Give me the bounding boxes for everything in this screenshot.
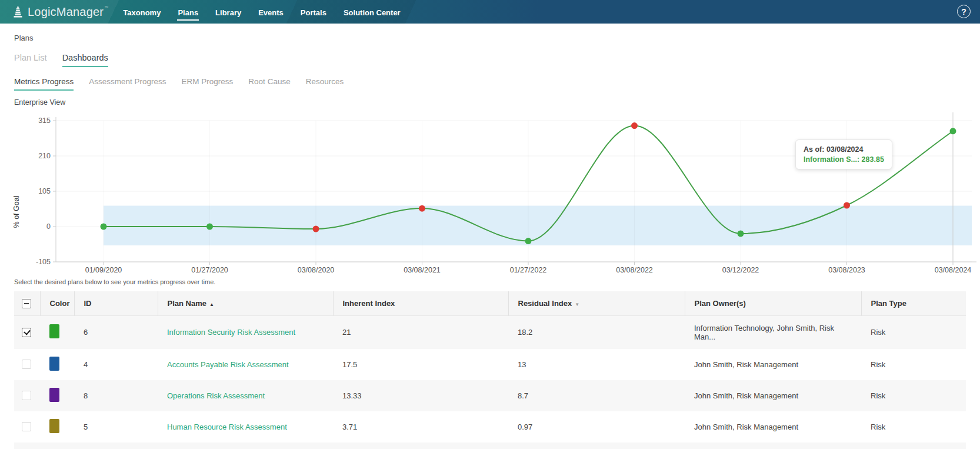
plan-owners-cell: John Smith, Risk Management bbox=[685, 411, 861, 443]
checkbox-cell bbox=[14, 315, 40, 349]
line-chart-canvas: 3152101050-10501/09/202001/27/202003/08/… bbox=[0, 109, 980, 277]
inherent-index-cell: 13.33 bbox=[333, 380, 508, 411]
id-cell: 8 bbox=[74, 380, 158, 411]
data-point[interactable] bbox=[950, 128, 956, 134]
color-swatch bbox=[49, 419, 59, 433]
target-band bbox=[104, 206, 972, 245]
select-all-header bbox=[14, 291, 40, 315]
residual-index-cell: 13 bbox=[508, 349, 685, 380]
x-tick-label: 01/27/2020 bbox=[191, 266, 228, 274]
inherent-index-cell: 17.5 bbox=[333, 349, 508, 380]
id-cell: 7 bbox=[74, 443, 158, 449]
color-header[interactable]: Color bbox=[40, 291, 74, 315]
plan-type-cell: Risk bbox=[861, 349, 966, 380]
plan-name-link[interactable]: Human Resource Risk Assessment bbox=[167, 423, 287, 431]
nav-item-library[interactable]: Library bbox=[215, 2, 242, 22]
plan-name-cell: Marketing Risk Assessment bbox=[158, 443, 333, 449]
y-tick-label: 105 bbox=[38, 187, 51, 195]
plan-name-cell: Operations Risk Assessment bbox=[158, 380, 333, 411]
data-point[interactable] bbox=[525, 238, 532, 244]
checkbox-cell bbox=[14, 380, 40, 411]
metrics-progress-chart: 3152101050-10501/09/202001/27/202003/08/… bbox=[0, 109, 980, 277]
select-all-checkbox[interactable] bbox=[22, 299, 31, 308]
plan-owners-cell: John Smith, Risk Management bbox=[685, 349, 861, 380]
table-row: 5Human Resource Risk Assessment3.710.97J… bbox=[14, 411, 966, 443]
tab-plan-list[interactable]: Plan List bbox=[14, 53, 47, 67]
help-icon[interactable]: ? bbox=[957, 5, 971, 18]
subtab-resources[interactable]: Resources bbox=[306, 77, 344, 91]
column-menu-icon[interactable]: ▼ bbox=[575, 302, 579, 307]
plan-owners-cell: John Smith, Risk Management bbox=[685, 380, 861, 411]
plan-name-link[interactable]: Accounts Payable Risk Assessment bbox=[167, 360, 289, 369]
logicmanager-logo[interactable]: LogicManager™ bbox=[13, 5, 108, 19]
inherent-index-header[interactable]: Inherent Index bbox=[333, 291, 508, 315]
nav-item-taxonomy[interactable]: Taxonomy bbox=[122, 2, 161, 22]
data-point[interactable] bbox=[313, 226, 319, 232]
subtab-metrics-progress[interactable]: Metrics Progress bbox=[14, 77, 74, 91]
row-checkbox[interactable] bbox=[22, 391, 31, 400]
plan-type-header[interactable]: Plan Type bbox=[861, 291, 966, 315]
subtab-erm-progress[interactable]: ERM Progress bbox=[182, 77, 234, 91]
x-tick-label: 03/08/2021 bbox=[404, 266, 441, 274]
inherent-index-cell: 21 bbox=[333, 315, 508, 349]
x-tick-label: 01/27/2022 bbox=[510, 266, 547, 274]
color-cell bbox=[40, 380, 74, 411]
nav-item-events[interactable]: Events bbox=[258, 2, 284, 22]
data-point[interactable] bbox=[101, 224, 107, 230]
page-tabs: Plan List Dashboards bbox=[14, 53, 980, 67]
top-navbar: LogicManager™ Taxonomy Plans Library Eve… bbox=[0, 0, 980, 24]
y-tick-label: -105 bbox=[36, 258, 51, 266]
dashboard-subtabs: Metrics Progress Assessment Progress ERM… bbox=[14, 77, 980, 91]
residual-index-header[interactable]: Residual Index▼ bbox=[508, 291, 685, 315]
table-header-row: Color ID Plan Name▲ Inherent Index Resid… bbox=[14, 291, 966, 315]
y-tick-label: 0 bbox=[46, 222, 51, 231]
color-cell bbox=[40, 315, 74, 349]
plan-name-cell: Information Security Risk Assessment bbox=[158, 315, 333, 349]
row-checkbox[interactable] bbox=[22, 360, 31, 369]
x-tick-label: 03/08/2020 bbox=[298, 266, 335, 274]
y-tick-label: 315 bbox=[38, 117, 51, 125]
plan-type-cell: Risk bbox=[861, 411, 966, 443]
residual-index-cell: 18.2 bbox=[508, 315, 685, 349]
table-row: 7Marketing Risk Assessment30.76John Smit… bbox=[14, 443, 966, 449]
nav-item-portals[interactable]: Portals bbox=[300, 2, 327, 22]
plan-owners-cell: John Smith, Risk Management bbox=[685, 443, 861, 449]
data-point[interactable] bbox=[419, 205, 425, 212]
plan-name-link[interactable]: Operations Risk Assessment bbox=[167, 391, 265, 400]
table-row: 8Operations Risk Assessment13.338.7John … bbox=[14, 380, 966, 411]
id-cell: 6 bbox=[74, 315, 158, 349]
id-cell: 4 bbox=[74, 349, 158, 380]
plan-owners-cell: Information Technology, John Smith, Risk… bbox=[685, 315, 861, 349]
residual-index-cell: 0.76 bbox=[508, 443, 685, 449]
color-swatch bbox=[49, 388, 59, 402]
plans-table: Color ID Plan Name▲ Inherent Index Resid… bbox=[14, 291, 966, 449]
x-tick-label: 03/08/2022 bbox=[616, 266, 653, 274]
sort-asc-icon: ▲ bbox=[209, 302, 214, 307]
plan-name-header[interactable]: Plan Name▲ bbox=[158, 291, 333, 315]
row-checkbox[interactable] bbox=[22, 328, 31, 337]
nav-item-plans[interactable]: Plans bbox=[177, 2, 199, 22]
data-point[interactable] bbox=[631, 122, 638, 129]
nav-item-solution-center[interactable]: Solution Center bbox=[343, 2, 401, 22]
table-row: 6Information Security Risk Assessment211… bbox=[14, 315, 966, 349]
row-checkbox[interactable] bbox=[22, 422, 31, 431]
tooltip-value: Information S...: 283.85 bbox=[804, 155, 884, 164]
chart-tooltip: As of: 03/08/2024 Information S...: 283.… bbox=[795, 139, 892, 169]
tab-dashboards[interactable]: Dashboards bbox=[62, 53, 108, 67]
id-header[interactable]: ID bbox=[74, 291, 158, 315]
color-swatch bbox=[49, 357, 59, 371]
main-nav: Taxonomy Plans Library Events Portals So… bbox=[122, 2, 401, 22]
plan-type-cell: Risk bbox=[861, 443, 966, 449]
data-point[interactable] bbox=[844, 202, 850, 209]
plan-name-cell: Human Resource Risk Assessment bbox=[158, 411, 333, 443]
subtab-root-cause[interactable]: Root Cause bbox=[248, 77, 290, 91]
plan-name-link[interactable]: Information Security Risk Assessment bbox=[167, 328, 295, 337]
checkbox-cell bbox=[14, 443, 40, 449]
subtab-assessment-progress[interactable]: Assessment Progress bbox=[89, 77, 166, 91]
data-point[interactable] bbox=[206, 224, 213, 230]
plan-owners-header[interactable]: Plan Owner(s) bbox=[685, 291, 861, 315]
tooltip-date: As of: 03/08/2024 bbox=[804, 145, 884, 154]
y-tick-label: 210 bbox=[38, 152, 51, 160]
enterprise-view-label: Enterprise View bbox=[14, 98, 980, 107]
data-point[interactable] bbox=[738, 231, 744, 237]
